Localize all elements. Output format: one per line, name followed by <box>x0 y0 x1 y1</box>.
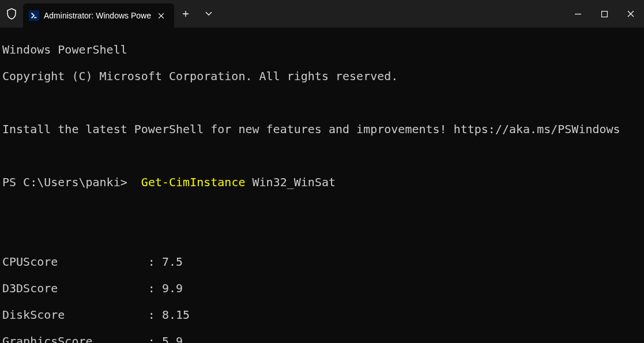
minimize-button[interactable] <box>564 0 591 28</box>
output-row: D3DScore: 9.9 <box>2 282 642 295</box>
tab-dropdown-button[interactable] <box>197 0 220 28</box>
output-row: DiskScore: 8.15 <box>2 308 642 322</box>
svg-rect-0 <box>601 11 607 17</box>
tab-powershell[interactable]: Administrator: Windows Powe <box>23 3 174 28</box>
close-window-button[interactable] <box>617 0 644 28</box>
argument: Win32_WinSat <box>253 175 336 189</box>
close-tab-icon[interactable] <box>156 10 167 21</box>
titlebar: Administrator: Windows Powe <box>0 0 644 28</box>
tab-title: Administrator: Windows Powe <box>44 11 151 20</box>
banner-line: Copyright (C) Microsoft Corporation. All… <box>2 70 642 83</box>
output-row: GraphicsScore: 5.9 <box>2 335 642 343</box>
output-row: CPUScore: 7.5 <box>2 255 642 269</box>
powershell-icon <box>29 10 39 21</box>
cmdlet: Get-CimInstance <box>141 175 246 189</box>
maximize-button[interactable] <box>591 0 617 28</box>
blank-line <box>2 96 642 110</box>
blank-line <box>2 202 642 216</box>
prompt: PS C:\Users\panki> <box>2 175 127 189</box>
titlebar-drag-area[interactable] <box>220 0 564 28</box>
blank-line <box>2 149 642 163</box>
banner-line: Windows PowerShell <box>2 43 642 56</box>
shield-icon <box>0 0 23 28</box>
new-tab-button[interactable] <box>174 0 197 28</box>
blank-line <box>2 229 642 242</box>
terminal-content[interactable]: Windows PowerShell Copyright (C) Microso… <box>0 28 644 343</box>
install-hint: Install the latest PowerShell for new fe… <box>2 123 642 136</box>
window-controls <box>564 0 644 28</box>
command-line: PS C:\Users\panki> Get-CimInstance Win32… <box>2 176 642 189</box>
